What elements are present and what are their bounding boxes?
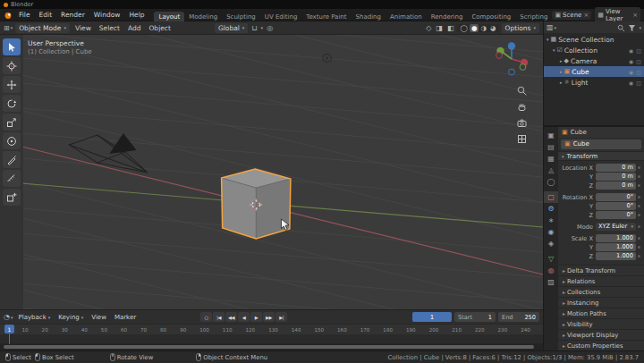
tool-scale[interactable] <box>3 114 21 131</box>
perspective-toggle-icon[interactable] <box>516 133 528 145</box>
snap-magnet-toggle[interactable]: ⊔ <box>250 24 258 32</box>
tab-object-data[interactable]: ▽ <box>544 253 558 265</box>
workspace-tab-rendering[interactable]: Rendering <box>427 12 468 21</box>
timeline-menu-playback[interactable]: Playback ▾ <box>16 314 54 321</box>
workspace-tab-compositing[interactable]: Compositing <box>467 12 515 21</box>
chevron-down-icon[interactable]: ▾ <box>639 25 641 30</box>
collapsed-panel[interactable]: Custom Properties <box>558 340 644 350</box>
tool-rotate[interactable] <box>3 95 21 112</box>
expand-icon[interactable]: ▸ <box>560 69 563 74</box>
tab-output[interactable]: ▤ <box>544 141 558 153</box>
playhead[interactable]: 1 <box>4 325 14 333</box>
hide-viewport-icon[interactable]: ◉ <box>629 69 633 75</box>
workspace-tab-scripting[interactable]: Scripting <box>515 12 552 21</box>
os-titlebar[interactable]: Blender <box>0 0 644 9</box>
tool-move[interactable] <box>3 76 21 93</box>
scene-selector[interactable]: ▣ Scene × <box>552 11 591 20</box>
tool-transform[interactable] <box>3 132 21 149</box>
overlays-dropdown[interactable]: ◨ <box>435 24 444 32</box>
close-icon[interactable]: × <box>583 12 589 19</box>
collapsed-panel[interactable]: Relations <box>558 275 644 286</box>
tab-world[interactable]: ◯ <box>544 176 558 188</box>
collapsed-panel[interactable]: Instancing <box>558 297 644 308</box>
current-frame-field[interactable]: 1 <box>412 312 452 322</box>
workspace-tab-modeling[interactable]: Modeling <box>184 12 222 21</box>
tab-scene[interactable]: ◬ <box>544 165 558 176</box>
snap-settings-dropdown[interactable]: ▾ <box>261 25 264 30</box>
prev-keyframe-button[interactable]: ◀◀ <box>225 312 237 322</box>
xray-toggle[interactable]: ◧ <box>446 24 455 32</box>
timeline-editor-type-button[interactable]: ◔ ▾ <box>4 313 13 321</box>
collapsed-panel[interactable]: Visibility <box>558 318 644 329</box>
location-y-field[interactable]: 0 m <box>596 173 636 181</box>
outliner-row-camera[interactable]: ▸ ◆ Camera ◉ ◫ <box>544 55 644 66</box>
disable-render-icon[interactable]: ◫ <box>636 80 641 86</box>
shading-rendered-button[interactable]: ◕ <box>488 24 498 32</box>
animate-toggle[interactable] <box>636 205 642 207</box>
collection-checkbox-icon[interactable]: ☑ <box>557 46 563 54</box>
location-x-field[interactable]: 0 m <box>596 164 636 172</box>
zoom-icon[interactable] <box>516 85 528 97</box>
tab-physics[interactable]: ◉ <box>544 226 558 238</box>
workspace-tab-texture-paint[interactable]: Texture Paint <box>301 12 351 21</box>
location-z-field[interactable]: 0 m <box>596 182 636 190</box>
animate-toggle[interactable] <box>636 175 642 178</box>
viewport-canvas[interactable] <box>0 35 543 309</box>
jump-to-end-button[interactable]: ▶| <box>275 312 287 322</box>
collapsed-panel[interactable]: Collections <box>558 286 644 297</box>
tool-measure[interactable] <box>3 170 21 187</box>
expand-icon[interactable]: ▸ <box>560 80 563 85</box>
rotation-mode-dropdown[interactable]: XYZ Euler ▾ <box>596 223 636 231</box>
outliner-row-light[interactable]: ▸ ☼ Light ◉ ◫ <box>544 77 644 88</box>
tool-cursor[interactable] <box>3 57 21 74</box>
hide-viewport-icon[interactable]: ◉ <box>629 47 633 54</box>
shading-wireframe-button[interactable]: ◯ <box>458 24 469 32</box>
timeline-scrollbar[interactable] <box>0 343 543 350</box>
scrollbar-thumb[interactable] <box>4 345 534 349</box>
object-name-field[interactable]: ▣ Cube <box>561 139 641 150</box>
tab-modifiers[interactable]: ⚙ <box>544 203 558 215</box>
timeline-menu-keying[interactable]: Keying ▾ <box>55 314 86 321</box>
camera-view-icon[interactable] <box>516 117 528 129</box>
menu-window[interactable]: Window <box>89 11 125 19</box>
pan-hand-icon[interactable] <box>516 101 528 113</box>
editor-type-button[interactable]: ⊞ ▾ <box>4 24 13 32</box>
expand-icon[interactable]: ▾ <box>553 47 555 53</box>
menu-help[interactable]: Help <box>124 11 148 19</box>
collapsed-panel[interactable]: Motion Paths <box>558 308 644 318</box>
animate-toggle[interactable] <box>636 166 642 169</box>
outliner-row-collection[interactable]: ▾ ☑ Collection ◉ ◫ <box>544 45 644 55</box>
workspace-tab-sculpting[interactable]: Sculpting <box>222 12 260 21</box>
workspace-tab-animation[interactable]: Animation <box>386 12 427 21</box>
expand-icon[interactable]: ▾ <box>547 37 549 42</box>
tab-texture[interactable]: ▨ <box>544 276 558 288</box>
collapsed-panel[interactable]: Viewport Display <box>558 329 644 340</box>
blender-logo-icon[interactable] <box>4 11 13 20</box>
animate-toggle[interactable] <box>636 225 642 228</box>
animate-toggle[interactable] <box>636 214 642 216</box>
tab-constraints[interactable]: ◈ <box>544 238 558 249</box>
options-dropdown[interactable]: Options ▾ <box>502 23 539 33</box>
expand-icon[interactable]: ▸ <box>560 58 563 63</box>
timeline-menu-view[interactable]: View <box>89 314 109 321</box>
tool-select-box[interactable] <box>3 38 21 55</box>
outliner-editor-type-button[interactable]: ▥ ▾ <box>547 23 556 31</box>
3d-viewport[interactable]: User Perspective (1) Collection | Cube <box>0 35 543 309</box>
menu-object[interactable]: Object <box>146 24 173 32</box>
transform-panel-header[interactable]: ▾ Transform <box>558 151 644 161</box>
rotation-y-field[interactable]: 0° <box>596 202 636 210</box>
animate-toggle[interactable] <box>636 246 642 249</box>
play-button[interactable]: ▶ <box>250 312 262 322</box>
menu-file[interactable]: File <box>14 11 35 19</box>
scale-z-field[interactable]: 1.000 <box>596 252 636 260</box>
hide-viewport-icon[interactable]: ◉ <box>629 80 633 86</box>
workspace-tab-uv-editing[interactable]: UV Editing <box>260 12 302 21</box>
tab-view-layer[interactable]: ▦ <box>544 153 558 165</box>
tab-object[interactable]: ▢ <box>544 191 558 203</box>
navigation-gizmo[interactable] <box>492 39 531 79</box>
disable-render-icon[interactable]: ◫ <box>636 58 641 64</box>
play-reverse-button[interactable]: ◀ <box>238 312 250 322</box>
transform-orientation-dropdown[interactable]: Global ▾ <box>215 23 248 33</box>
gizmos-dropdown[interactable]: ◇ <box>425 24 432 32</box>
menu-render[interactable]: Render <box>56 11 89 19</box>
